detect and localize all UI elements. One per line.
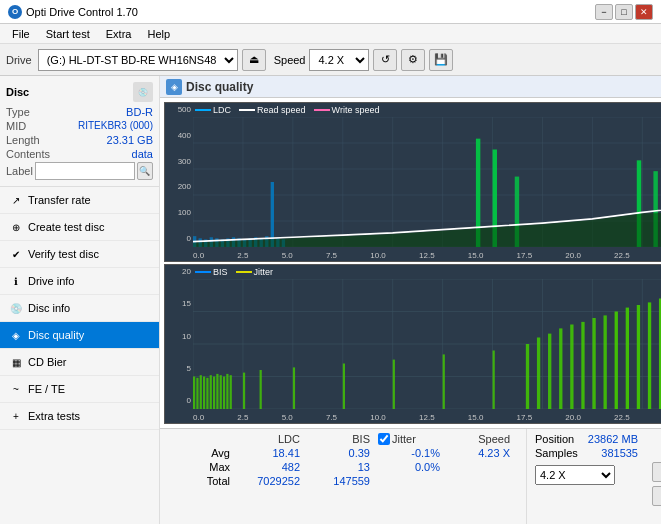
- disc-length-value: 23.31 GB: [107, 134, 153, 146]
- stats-avg-jitter: -0.1%: [378, 447, 448, 459]
- svg-rect-68: [243, 373, 245, 409]
- stats-table: LDC BIS Jitter Speed Avg 18.41 0.39 -0.1…: [160, 429, 526, 524]
- svg-rect-73: [443, 354, 445, 409]
- disc-quality-icon: ◈: [8, 327, 24, 343]
- close-button[interactable]: ✕: [635, 4, 653, 20]
- app-icon: O: [8, 5, 22, 19]
- sidebar-item-create-test-disc[interactable]: ⊕ Create test disc: [0, 214, 159, 241]
- svg-rect-80: [581, 322, 584, 409]
- disc-length-row: Length 23.31 GB: [6, 134, 153, 146]
- chart1-legend: LDC Read speed Write speed: [195, 105, 379, 115]
- disc-label-input[interactable]: [35, 162, 135, 180]
- fe-te-icon: ~: [8, 381, 24, 397]
- chart2-x-axis: 0.02.55.07.510.012.515.017.520.022.525.0…: [193, 412, 661, 423]
- eject-button[interactable]: ⏏: [242, 49, 266, 71]
- speed-info: Position 23862 MB Samples 381535 4.2 X: [526, 429, 646, 524]
- ldc-chart: LDC Read speed Write speed 5004003002001…: [164, 102, 661, 262]
- sidebar-label-cd-bier: CD Bier: [28, 356, 67, 368]
- disc-contents-value: data: [132, 148, 153, 160]
- disc-type-row: Type BD-R: [6, 106, 153, 118]
- sidebar-item-cd-bier[interactable]: ▦ CD Bier: [0, 349, 159, 376]
- refresh-button[interactable]: ↺: [373, 49, 397, 71]
- disc-title: Disc: [6, 86, 29, 98]
- disc-type-value: BD-R: [126, 106, 153, 118]
- maximize-button[interactable]: □: [615, 4, 633, 20]
- chart2-canvas: [193, 279, 661, 409]
- svg-rect-79: [570, 325, 573, 410]
- stats-header-bis: BIS: [308, 433, 378, 445]
- stats-area: LDC BIS Jitter Speed Avg 18.41 0.39 -0.1…: [160, 428, 661, 524]
- bis-chart: BIS Jitter 20151050 10%8%6%4%2%: [164, 264, 661, 424]
- menu-help[interactable]: Help: [139, 26, 178, 42]
- action-buttons: Start full Start part: [646, 429, 661, 524]
- disc-label-button[interactable]: 🔍: [137, 162, 153, 180]
- stats-max-bis: 13: [308, 461, 378, 473]
- svg-rect-59: [203, 377, 205, 410]
- legend-write-speed-color: [314, 109, 330, 111]
- position-label: Position: [535, 433, 574, 445]
- svg-rect-71: [343, 364, 345, 410]
- disc-mid-row: MID RITEKBR3 (000): [6, 120, 153, 132]
- stats-max-ldc: 482: [238, 461, 308, 473]
- svg-rect-58: [200, 375, 202, 409]
- sidebar-item-fe-te[interactable]: ~ FE / TE: [0, 376, 159, 403]
- menu-file[interactable]: File: [4, 26, 38, 42]
- stats-avg-ldc: 18.41: [238, 447, 308, 459]
- disc-header: Disc 💿: [6, 82, 153, 102]
- sidebar-item-transfer-rate[interactable]: ↗ Transfer rate: [0, 187, 159, 214]
- svg-rect-67: [230, 375, 232, 409]
- sidebar-label-verify-test-disc: Verify test disc: [28, 248, 99, 260]
- legend-jitter: Jitter: [236, 267, 274, 277]
- menu-extra[interactable]: Extra: [98, 26, 140, 42]
- sidebar-item-disc-info[interactable]: 💿 Disc info: [0, 295, 159, 322]
- menubar: File Start test Extra Help: [0, 24, 661, 44]
- menu-start-test[interactable]: Start test: [38, 26, 98, 42]
- sidebar-label-fe-te: FE / TE: [28, 383, 65, 395]
- settings-button[interactable]: ⚙: [401, 49, 425, 71]
- svg-rect-72: [393, 360, 395, 409]
- charts-area: LDC Read speed Write speed 5004003002001…: [160, 98, 661, 428]
- disc-section: Disc 💿 Type BD-R MID RITEKBR3 (000) Leng…: [0, 76, 159, 187]
- svg-rect-70: [293, 367, 295, 409]
- stats-header-ldc: LDC: [238, 433, 308, 445]
- drive-select[interactable]: (G:) HL-DT-ST BD-RE WH16NS48 1.D3: [38, 49, 238, 71]
- save-button[interactable]: 💾: [429, 49, 453, 71]
- svg-rect-62: [213, 377, 215, 410]
- speed-select[interactable]: 4.2 X: [309, 49, 369, 71]
- stats-avg-speed: 4.23 X: [448, 447, 518, 459]
- sidebar-item-verify-test-disc[interactable]: ✔ Verify test disc: [0, 241, 159, 268]
- sidebar-label-drive-info: Drive info: [28, 275, 74, 287]
- jitter-checkbox[interactable]: [378, 433, 390, 445]
- disc-label-label: Label: [6, 165, 33, 177]
- chart1-canvas: [193, 117, 661, 247]
- svg-rect-83: [615, 312, 618, 410]
- cd-bier-icon: ▦: [8, 354, 24, 370]
- sidebar-label-disc-info: Disc info: [28, 302, 70, 314]
- legend-jitter-label: Jitter: [254, 267, 274, 277]
- legend-ldc: LDC: [195, 105, 231, 115]
- svg-rect-84: [626, 308, 629, 409]
- svg-rect-64: [220, 375, 222, 409]
- samples-value: 381535: [601, 447, 638, 459]
- stats-header-row: LDC BIS Jitter Speed: [168, 433, 518, 445]
- svg-rect-61: [210, 375, 212, 409]
- svg-rect-78: [559, 328, 562, 409]
- disc-contents-row: Contents data: [6, 148, 153, 160]
- speed-display-select[interactable]: 4.2 X: [535, 465, 615, 485]
- svg-rect-63: [216, 374, 218, 409]
- sidebar-item-disc-quality[interactable]: ◈ Disc quality: [0, 322, 159, 349]
- stats-header-jitter-check: Jitter: [378, 433, 448, 445]
- stats-avg-row: Avg 18.41 0.39 -0.1% 4.23 X: [168, 447, 518, 459]
- start-full-button[interactable]: Start full: [652, 462, 661, 482]
- svg-rect-31: [271, 182, 274, 247]
- svg-rect-86: [648, 302, 651, 409]
- svg-rect-85: [637, 305, 640, 409]
- svg-rect-76: [537, 338, 540, 410]
- start-part-button[interactable]: Start part: [652, 486, 661, 506]
- legend-bis-color: [195, 271, 211, 273]
- minimize-button[interactable]: −: [595, 4, 613, 20]
- svg-rect-66: [226, 374, 228, 409]
- disc-type-label: Type: [6, 106, 30, 118]
- sidebar-item-extra-tests[interactable]: + Extra tests: [0, 403, 159, 430]
- sidebar-item-drive-info[interactable]: ℹ Drive info: [0, 268, 159, 295]
